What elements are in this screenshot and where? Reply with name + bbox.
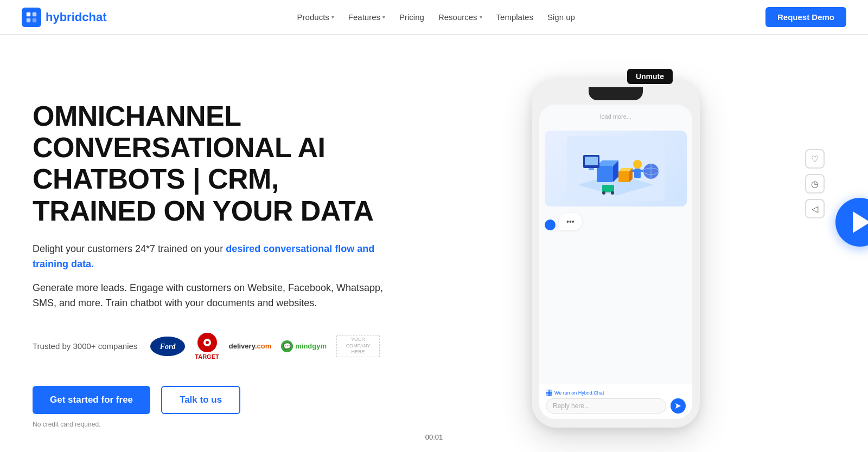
mindgym-logo: 💬 mindgym — [281, 340, 327, 352]
nav-features-link[interactable]: Features ▾ — [343, 9, 391, 25]
typing-indicator: ••• — [559, 213, 582, 230]
load-more-text: load more... — [545, 111, 687, 124]
logo[interactable]: hybridchat — [22, 8, 106, 27]
talk-to-us-button[interactable]: Talk to us — [161, 386, 240, 414]
nav-links: Products ▾ Features ▾ Pricing Resources … — [292, 9, 580, 25]
clock-icon: ◷ — [811, 179, 819, 189]
nav-products-label: Products — [297, 12, 329, 22]
get-started-button[interactable]: Get started for free — [33, 386, 150, 414]
heart-icon-box[interactable]: ♡ — [805, 149, 825, 169]
nav-templates-label: Templates — [496, 12, 533, 22]
reply-input-row: Reply here... — [546, 398, 686, 414]
sidebar-icons: ♡ ◷ ◁ — [805, 149, 825, 218]
svg-text:Ford: Ford — [159, 343, 176, 351]
chat-image-bubble — [545, 131, 687, 206]
phone-brand-label: We run on Hybrid.Chat — [554, 390, 604, 396]
svg-point-26 — [611, 191, 614, 195]
nav-item-signup[interactable]: Sign up — [542, 9, 580, 25]
nav-templates-link[interactable]: Templates — [491, 9, 539, 25]
reply-input[interactable]: Reply here... — [546, 398, 666, 414]
unmute-button[interactable]: Unmute — [627, 69, 673, 84]
play-triangle-icon — [853, 211, 868, 233]
trusted-logos: Ford TARGET delivery.com — [150, 333, 380, 360]
no-credit-text: No credit card required. — [33, 421, 401, 428]
hero-description: Generate more leads. Engage with custome… — [33, 281, 401, 311]
play-button[interactable] — [835, 198, 868, 247]
hero-buttons: Get started for free Talk to us — [33, 386, 401, 414]
logo-text: hybridchat — [46, 10, 106, 24]
navbar: hybridchat Products ▾ Features ▾ Pricing… — [0, 0, 868, 35]
svg-point-25 — [602, 191, 605, 195]
svg-rect-31 — [550, 393, 552, 396]
hero-title: OMNICHANNEL CONVERSATIONAL AI CHATBOTS |… — [33, 100, 401, 227]
svg-marker-32 — [675, 403, 681, 409]
svg-rect-1 — [33, 12, 36, 16]
svg-rect-30 — [546, 393, 548, 396]
phone-footer: We run on Hybrid.Chat Reply here... — [539, 384, 692, 419]
nav-features-label: Features — [348, 12, 380, 22]
nav-item-features[interactable]: Features ▾ — [343, 9, 391, 25]
nav-item-pricing[interactable]: Pricing — [394, 9, 430, 25]
svg-rect-2 — [27, 18, 30, 22]
nav-resources-link[interactable]: Resources ▾ — [433, 9, 488, 25]
phone-screen: load more... — [539, 105, 692, 419]
request-demo-button[interactable]: Request Demo — [765, 7, 846, 27]
svg-rect-11 — [618, 171, 629, 182]
svg-rect-3 — [33, 18, 36, 22]
ford-logo: Ford — [150, 337, 185, 356]
clock-icon-box[interactable]: ◷ — [805, 174, 825, 193]
heart-icon: ♡ — [811, 154, 819, 164]
your-company-logo: YOURCOMPANYHERE — [336, 335, 380, 357]
send-button[interactable] — [671, 398, 686, 414]
nav-signup-link[interactable]: Sign up — [542, 9, 580, 25]
nav-products-link[interactable]: Products ▾ — [292, 9, 340, 25]
nav-item-templates[interactable]: Templates — [491, 9, 539, 25]
target-logo: TARGET — [195, 333, 219, 360]
video-timer: 00:01 — [425, 433, 443, 441]
trusted-section: Trusted by 3000+ companies Ford — [33, 333, 401, 360]
svg-rect-20 — [589, 168, 594, 170]
phone-frame: load more... — [532, 79, 700, 428]
chat-bubble-dots: ••• — [545, 213, 582, 230]
features-chevron-icon: ▾ — [382, 14, 385, 20]
hero-visual: Unmute load more... — [401, 68, 835, 428]
svg-rect-8 — [597, 166, 613, 182]
share-icon-box[interactable]: ◁ — [805, 199, 825, 218]
logo-icon — [22, 8, 41, 27]
hero-content: OMNICHANNEL CONVERSATIONAL AI CHATBOTS |… — [33, 68, 401, 428]
svg-rect-0 — [27, 12, 30, 16]
svg-point-14 — [633, 160, 642, 169]
nav-item-resources[interactable]: Resources ▾ — [433, 9, 488, 25]
products-chevron-icon: ▾ — [331, 14, 334, 20]
chat-avatar — [545, 219, 556, 230]
trusted-label: Trusted by 3000+ companies — [33, 341, 137, 351]
hero-subtitle: Delight your customers 24*7 trained on y… — [33, 242, 401, 272]
phone-chat-area: load more... — [539, 105, 692, 384]
hero-subtitle-static: Delight your customers 24*7 trained on y… — [33, 243, 226, 254]
logo-name-part2: chat — [82, 10, 106, 24]
phone-brand: We run on Hybrid.Chat — [546, 390, 686, 396]
delivery-logo: delivery.com — [229, 342, 272, 350]
share-icon: ◁ — [812, 204, 818, 214]
nav-pricing-link[interactable]: Pricing — [394, 9, 430, 25]
hero-section: OMNICHANNEL CONVERSATIONAL AI CHATBOTS |… — [0, 35, 868, 452]
svg-rect-24 — [602, 185, 614, 192]
nav-signup-label: Sign up — [547, 12, 575, 22]
phone-mockup: Unmute load more... — [532, 79, 705, 428]
nav-item-products[interactable]: Products ▾ — [292, 9, 340, 25]
resources-chevron-icon: ▾ — [480, 14, 482, 20]
svg-rect-19 — [585, 157, 598, 165]
svg-rect-28 — [546, 390, 548, 392]
nav-resources-label: Resources — [438, 12, 477, 22]
svg-rect-29 — [550, 390, 552, 392]
nav-pricing-label: Pricing — [399, 12, 424, 22]
svg-rect-16 — [632, 170, 636, 172]
logo-name-part1: hybrid — [46, 10, 82, 24]
